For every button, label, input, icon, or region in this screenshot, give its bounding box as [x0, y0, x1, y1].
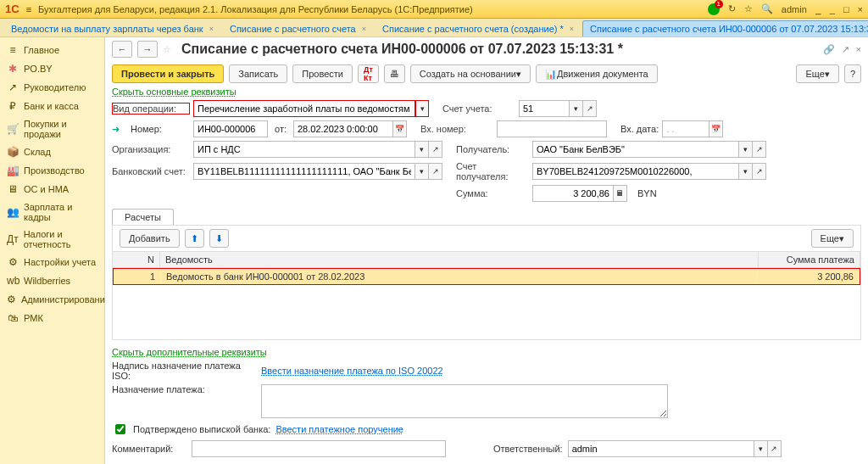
dropdown-icon[interactable]: ▾: [570, 100, 583, 117]
create-based-button[interactable]: Создать на основании ▾: [410, 64, 531, 83]
search-icon[interactable]: 🔍: [761, 3, 773, 14]
section-icon: wb: [7, 275, 19, 287]
open-icon[interactable]: ↗: [768, 440, 782, 457]
dropdown-icon[interactable]: ▾: [739, 141, 753, 158]
section-icon: ₽: [7, 100, 19, 112]
date-input[interactable]: [293, 120, 393, 137]
save-button[interactable]: Записать: [229, 64, 287, 83]
section-icon: 🖥: [7, 183, 19, 195]
open-icon[interactable]: ↗: [753, 141, 766, 158]
comment-input[interactable]: [192, 440, 446, 457]
move-down-button[interactable]: ⬇: [209, 229, 229, 248]
help-button[interactable]: ?: [844, 64, 861, 83]
caption-icon[interactable]: ⎯: [815, 4, 821, 14]
dropdown-icon[interactable]: ▾: [415, 141, 429, 158]
recipient-input[interactable]: [532, 141, 739, 158]
org-input[interactable]: [193, 141, 415, 158]
sidebar-item[interactable]: ₽Банк и касса: [0, 97, 104, 115]
sidebar-item[interactable]: ✱PO.BY: [0, 59, 104, 78]
operation-select[interactable]: [193, 100, 415, 117]
more-button[interactable]: Еще ▾: [796, 64, 838, 83]
grid-more-button[interactable]: Еще ▾: [811, 229, 854, 248]
sidebar-item[interactable]: 👥Зарплата и кадры: [0, 198, 104, 226]
col-number: N: [113, 252, 160, 267]
open-icon[interactable]: ↗: [753, 163, 766, 180]
section-icon: 🛒: [7, 123, 19, 135]
move-up-button[interactable]: ⬆: [185, 229, 204, 248]
recipient-acc-input[interactable]: [532, 163, 739, 180]
sidebar-item[interactable]: 🖥ОС и НМА: [0, 180, 104, 198]
payments-grid[interactable]: N Ведомость Сумма платежа 1 Ведомость в …: [112, 251, 861, 340]
currency-label: BYN: [637, 188, 657, 198]
tab-calculations[interactable]: Расчеты: [112, 209, 174, 225]
number-input[interactable]: [193, 120, 268, 137]
bank-acc-input[interactable]: [193, 163, 415, 180]
section-icon: Дт: [7, 233, 19, 245]
post-and-close-button[interactable]: Провести и закрыть: [112, 64, 224, 83]
history-icon[interactable]: ↻: [728, 3, 736, 14]
sidebar-item[interactable]: 🛒Покупки и продажи: [0, 115, 104, 143]
dropdown-icon[interactable]: ▾: [415, 163, 429, 180]
org-label: Организация:: [112, 144, 190, 154]
document-tab[interactable]: Списание с расчетного счета×: [222, 20, 374, 36]
movements-button[interactable]: 📊 Движения документа: [536, 64, 658, 83]
iso-link[interactable]: Ввести назначение платежа по ISO 20022: [261, 366, 443, 376]
minimize-icon[interactable]: _: [830, 4, 835, 14]
dropdown-icon[interactable]: ▾: [754, 440, 768, 457]
notification-badge[interactable]: [708, 3, 720, 15]
sidebar-item[interactable]: ≡Главное: [0, 41, 104, 59]
calendar-icon[interactable]: 📅: [393, 120, 407, 137]
hide-main-link[interactable]: Скрыть основные реквизиты: [112, 87, 236, 97]
dropdown-icon[interactable]: ▾: [415, 100, 429, 117]
close-icon[interactable]: ×: [209, 25, 214, 33]
sidebar: ≡Главное✱PO.BY↗Руководителю₽Банк и касса…: [0, 37, 105, 464]
add-row-button[interactable]: Добавить: [120, 229, 180, 248]
print-button[interactable]: 🖶: [384, 64, 405, 83]
responsible-input[interactable]: [568, 440, 754, 457]
document-tab[interactable]: Списание с расчетного счета ИН00-000006 …: [582, 20, 868, 36]
nav-fwd-button[interactable]: →: [137, 41, 158, 58]
dropdown-icon[interactable]: ▾: [739, 163, 753, 180]
maximize-icon[interactable]: □: [843, 4, 849, 14]
sidebar-item[interactable]: 🏭Производство: [0, 161, 104, 180]
star-icon[interactable]: ☆: [744, 3, 753, 14]
nav-back-button[interactable]: ←: [112, 41, 132, 58]
inc-number-input[interactable]: [497, 120, 607, 137]
open-icon[interactable]: ↗: [429, 163, 442, 180]
sidebar-item[interactable]: wbWildberries: [0, 271, 104, 290]
inc-date-input[interactable]: [662, 120, 709, 137]
open-icon[interactable]: ↗: [429, 141, 442, 158]
post-button[interactable]: Провести: [292, 64, 353, 83]
sidebar-item[interactable]: ⚙Администрирование: [0, 290, 104, 309]
open-icon[interactable]: ↗: [583, 100, 597, 117]
calc-icon[interactable]: 🖩: [614, 185, 627, 202]
iso-label: Надпись назначение платежа ISO:: [112, 361, 256, 381]
document-tab[interactable]: Списание с расчетного счета (создание) *…: [375, 20, 581, 36]
user-label[interactable]: admin: [782, 4, 807, 14]
sum-input[interactable]: [532, 185, 614, 202]
confirmed-checkbox[interactable]: [115, 424, 125, 434]
sidebar-item[interactable]: ⚙Настройки учета: [0, 253, 104, 271]
dtkt-button[interactable]: ДтКт: [358, 64, 379, 83]
menu-icon[interactable]: ≡: [26, 4, 31, 14]
sidebar-item[interactable]: 📦Склад: [0, 143, 104, 161]
sidebar-item[interactable]: ДтНалоги и отчетность: [0, 226, 104, 253]
section-icon: ≡: [7, 44, 19, 56]
expand-icon[interactable]: ↗: [842, 44, 849, 55]
sidebar-item[interactable]: ↗Руководителю: [0, 78, 104, 97]
hide-extra-link[interactable]: Скрыть дополнительные реквизиты: [112, 347, 267, 357]
close-window-icon[interactable]: ×: [858, 4, 863, 14]
close-icon[interactable]: ×: [570, 25, 574, 33]
enter-payment-link[interactable]: Ввести платежное поручение: [275, 424, 403, 434]
table-row[interactable]: 1 Ведомость в банк ИН00-000001 от 28.02.…: [113, 268, 860, 285]
calendar-icon[interactable]: 📅: [709, 120, 723, 137]
sidebar-item[interactable]: 🛍РМК: [0, 309, 104, 327]
close-doc-icon[interactable]: ×: [856, 44, 861, 55]
account-input[interactable]: [519, 100, 570, 117]
star-icon[interactable]: ☆: [163, 44, 171, 55]
close-icon[interactable]: ×: [362, 25, 366, 33]
document-tab[interactable]: Ведомости на выплату зарплаты через банк…: [3, 20, 221, 36]
responsible-label: Ответственный:: [493, 444, 563, 454]
purpose-textarea[interactable]: [261, 384, 668, 418]
link-icon[interactable]: 🔗: [823, 44, 835, 55]
